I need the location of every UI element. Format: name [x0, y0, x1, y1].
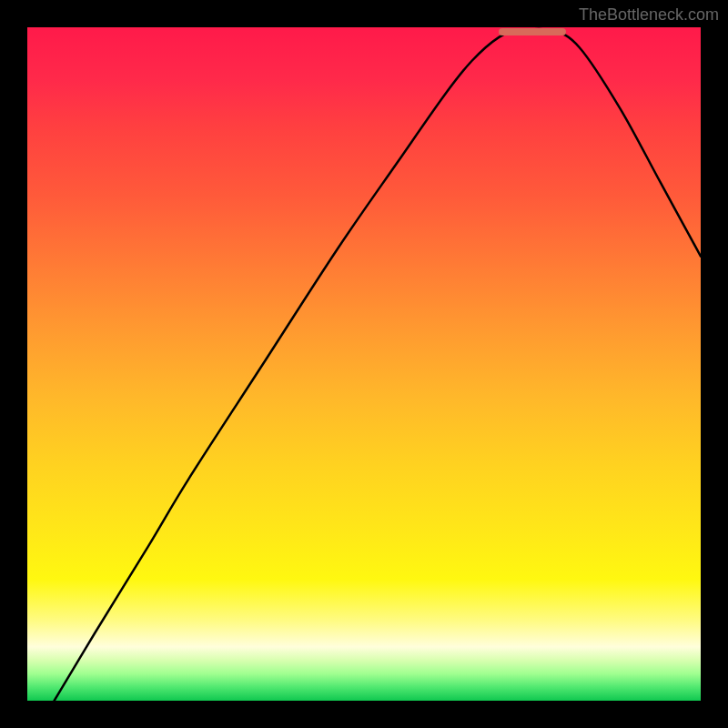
- bottleneck-curve: [55, 29, 701, 701]
- chart-curve-svg: [27, 27, 701, 701]
- watermark-text: TheBottleneck.com: [579, 5, 719, 25]
- chart-plot-area: [27, 27, 701, 701]
- optimal-range-marker: [499, 28, 566, 35]
